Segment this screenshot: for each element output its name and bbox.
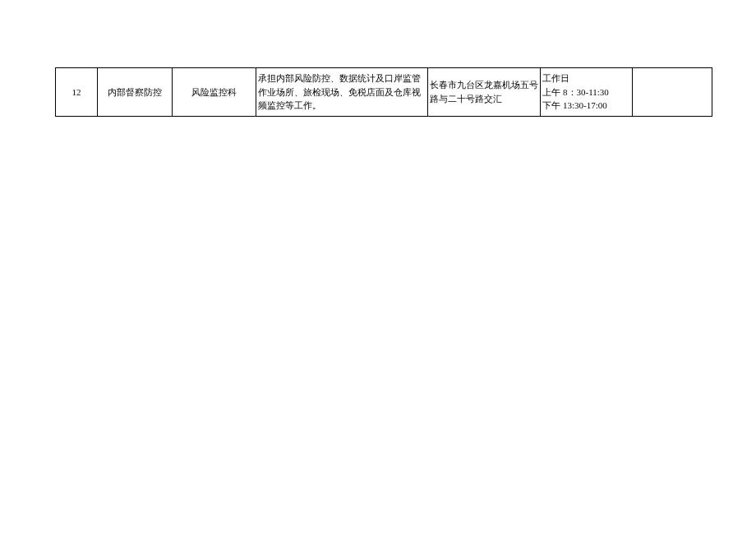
cell-time: 工作日上午 8：30-11:30下午 13:30-17:00 xyxy=(541,68,633,117)
table-row: 12 内部督察防控 风险监控科 承担内部风险防控、数据统计及口岸监管作业场所、旅… xyxy=(56,68,712,117)
cell-department: 风险监控科 xyxy=(173,68,256,117)
time-line3: 下午 13:30-17:00 xyxy=(542,100,607,110)
data-table: 12 内部督察防控 风险监控科 承担内部风险防控、数据统计及口岸监管作业场所、旅… xyxy=(55,67,712,117)
cell-category: 内部督察防控 xyxy=(97,68,173,117)
time-line1: 工作日 xyxy=(542,73,569,83)
time-line2: 上午 8：30-11:30 xyxy=(542,87,609,97)
cell-address: 长春市九台区龙嘉机场五号路与二十号路交汇 xyxy=(427,68,540,117)
table-container: 12 内部督察防控 风险监控科 承担内部风险防控、数据统计及口岸监管作业场所、旅… xyxy=(55,67,712,117)
cell-last xyxy=(633,68,712,117)
cell-number: 12 xyxy=(56,68,98,117)
cell-duty: 承担内部风险防控、数据统计及口岸监管作业场所、旅检现场、免税店面及仓库视频监控等… xyxy=(256,68,428,117)
